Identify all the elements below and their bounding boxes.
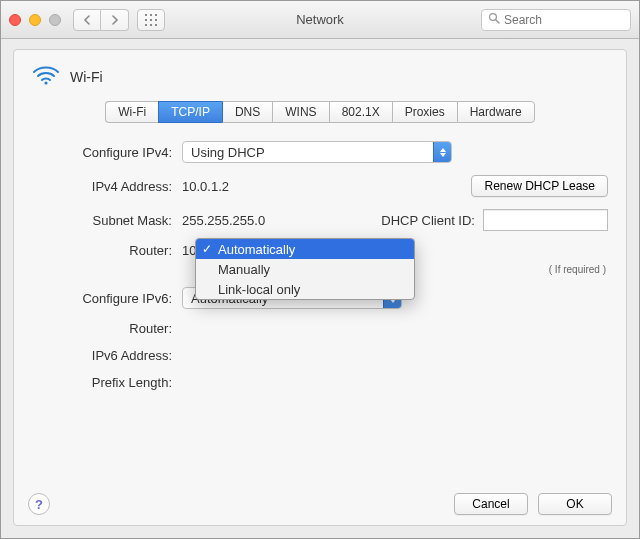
settings-panel: Wi-Fi Wi-Fi TCP/IP DNS WINS 802.1X Proxi… bbox=[13, 49, 627, 526]
configure-ipv4-label: Configure IPv4: bbox=[32, 145, 172, 160]
dhcp-client-id-input[interactable] bbox=[483, 209, 608, 231]
tab-tcpip[interactable]: TCP/IP bbox=[158, 101, 222, 123]
svg-rect-0 bbox=[145, 14, 147, 16]
chevron-right-icon bbox=[111, 15, 119, 25]
dialog-buttons: Cancel OK bbox=[454, 493, 612, 515]
prefix-length-label: Prefix Length: bbox=[32, 375, 172, 390]
configure-ipv6-label: Configure IPv6: bbox=[32, 291, 172, 306]
ipv6-option-linklocal[interactable]: Link-local only bbox=[196, 279, 414, 299]
svg-line-10 bbox=[496, 20, 499, 23]
dhcp-hint: ( If required ) bbox=[549, 264, 606, 275]
forward-button[interactable] bbox=[101, 9, 129, 31]
interface-header: Wi-Fi bbox=[32, 64, 608, 89]
ipv4-router-label: Router: bbox=[32, 243, 172, 258]
search-input[interactable] bbox=[504, 13, 624, 27]
renew-dhcp-button[interactable]: Renew DHCP Lease bbox=[471, 175, 608, 197]
tab-8021x[interactable]: 802.1X bbox=[329, 101, 392, 123]
show-all-button[interactable] bbox=[137, 9, 165, 31]
cancel-button[interactable]: Cancel bbox=[454, 493, 528, 515]
configure-ipv4-value: Using DHCP bbox=[191, 145, 265, 160]
interface-name: Wi-Fi bbox=[70, 69, 103, 85]
tab-bar: Wi-Fi TCP/IP DNS WINS 802.1X Proxies Har… bbox=[32, 101, 608, 123]
help-button[interactable]: ? bbox=[28, 493, 50, 515]
ok-button[interactable]: OK bbox=[538, 493, 612, 515]
ipv6-option-automatically[interactable]: Automatically bbox=[196, 239, 414, 259]
window-controls bbox=[9, 14, 61, 26]
back-button[interactable] bbox=[73, 9, 101, 31]
preferences-window: Network bbox=[0, 0, 640, 539]
dhcp-client-id-label: DHCP Client ID: bbox=[381, 213, 475, 228]
svg-rect-1 bbox=[150, 14, 152, 16]
subnet-mask-value: 255.255.255.0 bbox=[182, 213, 265, 228]
tab-dns[interactable]: DNS bbox=[222, 101, 272, 123]
ipv6-dropdown-popup: Automatically Manually Link-local only bbox=[195, 238, 415, 300]
content-area: Wi-Fi Wi-Fi TCP/IP DNS WINS 802.1X Proxi… bbox=[1, 39, 639, 538]
wifi-icon bbox=[32, 64, 60, 89]
ipv6-address-label: IPv6 Address: bbox=[32, 348, 172, 363]
svg-rect-5 bbox=[155, 19, 157, 21]
ipv4-address-label: IPv4 Address: bbox=[32, 179, 172, 194]
zoom-window-button bbox=[49, 14, 61, 26]
titlebar: Network bbox=[1, 1, 639, 39]
close-window-button[interactable] bbox=[9, 14, 21, 26]
svg-rect-2 bbox=[155, 14, 157, 16]
tcpip-form: Configure IPv4: Using DHCP IPv4 Address:… bbox=[32, 141, 608, 390]
search-field[interactable] bbox=[481, 9, 631, 31]
ipv6-router-label: Router: bbox=[32, 321, 172, 336]
select-stepper-icon bbox=[433, 142, 451, 162]
svg-rect-3 bbox=[145, 19, 147, 21]
configure-ipv4-select[interactable]: Using DHCP bbox=[182, 141, 452, 163]
grid-icon bbox=[145, 14, 157, 26]
tab-wins[interactable]: WINS bbox=[272, 101, 328, 123]
ipv4-address-value: 10.0.1.2 bbox=[182, 179, 229, 194]
svg-point-9 bbox=[490, 14, 497, 21]
chevron-left-icon bbox=[83, 15, 91, 25]
tab-proxies[interactable]: Proxies bbox=[392, 101, 457, 123]
nav-buttons bbox=[73, 9, 129, 31]
svg-rect-8 bbox=[155, 24, 157, 26]
search-icon bbox=[488, 12, 500, 27]
tab-wifi[interactable]: Wi-Fi bbox=[105, 101, 158, 123]
svg-point-11 bbox=[44, 81, 47, 84]
subnet-mask-label: Subnet Mask: bbox=[32, 213, 172, 228]
minimize-window-button[interactable] bbox=[29, 14, 41, 26]
svg-rect-7 bbox=[150, 24, 152, 26]
tab-hardware[interactable]: Hardware bbox=[457, 101, 535, 123]
svg-rect-4 bbox=[150, 19, 152, 21]
svg-rect-6 bbox=[145, 24, 147, 26]
ipv6-option-manually[interactable]: Manually bbox=[196, 259, 414, 279]
